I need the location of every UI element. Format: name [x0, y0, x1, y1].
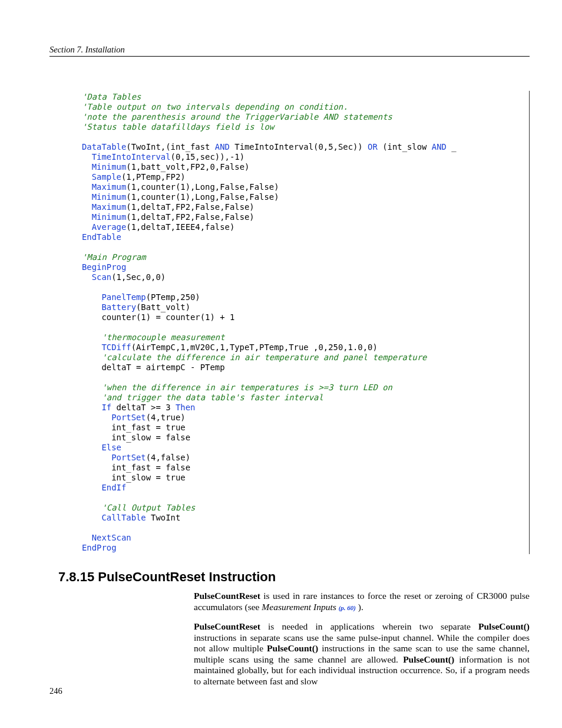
code-text: _: [447, 142, 457, 151]
kw-and: AND: [432, 142, 447, 151]
term-pulsecountreset: PulseCountReset: [194, 591, 260, 601]
code-comment: 'and trigger the data table's faster int…: [101, 393, 323, 402]
code-text: (1,counter(1),Long,False,False): [126, 192, 279, 202]
code-text: TwoInt: [146, 513, 181, 522]
code-text: (TwoInt,(int_fast: [126, 142, 215, 151]
kw-sample: Sample: [92, 172, 121, 182]
code-text: (1,deltaT,FP2,False,False): [126, 212, 254, 222]
code-comment: 'Table output on two intervals depending…: [82, 102, 348, 111]
kw-if: If: [101, 403, 111, 412]
term-pulsecount: PulseCount(): [478, 621, 530, 631]
section-heading: 7.8.15 PulseCountReset Instruction: [58, 569, 530, 585]
code-comment: 'calculate the difference in air tempera…: [101, 353, 427, 362]
code-text: (1,counter(1),Long,False,False): [126, 182, 279, 192]
code-text: int_slow = true: [111, 473, 185, 482]
kw-and: AND: [215, 142, 230, 151]
code-listing: 'Data Tables 'Table output on two interv…: [82, 91, 530, 554]
kw-scan: Scan: [92, 272, 111, 282]
code-comment: 'Main Program: [82, 252, 146, 262]
kw-or: OR: [368, 142, 378, 151]
kw-endif: EndIf: [101, 483, 126, 492]
code-text: (1,PTemp,FP2): [121, 172, 186, 182]
kw-timeintointerval: TimeIntoInterval: [92, 152, 171, 162]
kw-else: Else: [101, 443, 121, 452]
kw-minimum: Minimum: [92, 192, 127, 202]
code-text: (1,Sec,0,0): [111, 272, 166, 282]
code-text: (4,false): [146, 453, 190, 462]
code: 'Data Tables 'Table output on two interv…: [82, 92, 524, 553]
term-pulsecountreset: PulseCountReset: [194, 621, 260, 631]
code-text: deltaT = airtempC - PTemp: [101, 363, 224, 372]
code-text: (1,deltaT,FP2,False,False): [126, 202, 254, 212]
code-text: (4,true): [146, 413, 186, 422]
kw-datatable: DataTable: [82, 142, 126, 151]
kw-beginprog: BeginProg: [82, 262, 126, 272]
kw-portset: PortSet: [111, 413, 146, 422]
term-pulsecount: PulseCount(): [403, 654, 454, 664]
code-comment: 'Status table datafilldays field is low: [82, 122, 274, 131]
code-text: TimeIntoInterval(0,5,Sec)): [230, 142, 368, 151]
code-text: (Batt_volt): [136, 302, 190, 312]
kw-endprog: EndProg: [82, 543, 117, 552]
code-text: (1,batt_volt,FP2,0,False): [126, 162, 249, 172]
code-text: (AirTempC,1,mV20C,1,TypeT,PTemp,True ,0,…: [131, 342, 378, 352]
code-comment: 'thermocouple measurement: [101, 332, 224, 342]
kw-nextscan: NextScan: [92, 533, 131, 542]
page-reference-link[interactable]: (p. 60): [339, 604, 356, 611]
code-text: (PTemp,250): [146, 292, 200, 302]
code-text: counter(1) = counter(1) + 1: [101, 312, 234, 322]
kw-maximum: Maximum: [92, 202, 127, 212]
kw-paneltemp: PanelTemp: [101, 292, 146, 302]
running-head: Section 7. Installation: [49, 45, 530, 57]
kw-tcdiff: TCDiff: [101, 342, 131, 352]
code-comment: 'Call Output Tables: [101, 503, 195, 512]
code-comment: 'when the difference in air temperatures…: [101, 383, 392, 392]
code-text: deltaT >= 3: [111, 403, 176, 412]
kw-minimum: Minimum: [92, 212, 127, 222]
page-number: 246: [49, 686, 62, 696]
cross-reference: Measurement Inputs: [262, 602, 338, 612]
kw-minimum: Minimum: [92, 162, 127, 172]
body-text: ).: [356, 602, 363, 612]
body-text: is needed in applications wherein two se…: [260, 621, 478, 631]
code-text: int_fast = false: [111, 463, 190, 472]
kw-average: Average: [92, 222, 127, 232]
kw-calltable: CallTable: [101, 513, 146, 522]
paragraph-1: PulseCountReset is used in rare instance…: [194, 591, 530, 613]
term-pulsecount: PulseCount(): [267, 643, 318, 653]
kw-endtable: EndTable: [82, 232, 121, 242]
code-comment: 'Data Tables: [82, 92, 141, 101]
code-text: int_fast = true: [111, 423, 185, 432]
kw-maximum: Maximum: [92, 182, 127, 192]
code-text: (int_slow: [378, 142, 432, 151]
code-comment: 'note the parenthesis around the Trigger…: [82, 112, 392, 121]
code-text: (0,15,sec)),-1): [171, 152, 244, 162]
code-text: int_slow = false: [111, 433, 190, 442]
paragraph-2: PulseCountReset is needed in application…: [194, 621, 530, 687]
code-text: (1,deltaT,IEEE4,false): [126, 222, 234, 232]
kw-battery: Battery: [101, 302, 136, 312]
kw-then: Then: [176, 403, 195, 412]
kw-portset: PortSet: [111, 453, 146, 462]
